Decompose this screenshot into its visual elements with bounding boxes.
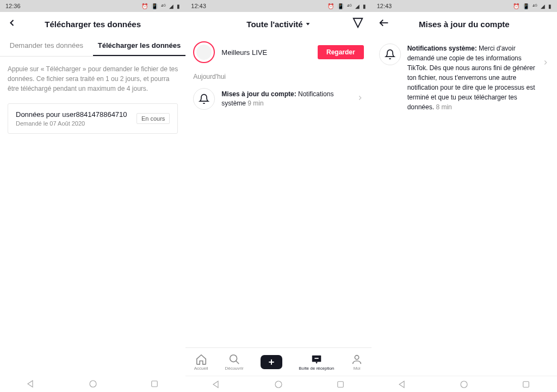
svg-point-18 [461, 381, 467, 388]
profile-icon [351, 353, 363, 365]
svg-point-5 [230, 354, 237, 362]
battery-icon: ▮ [363, 3, 366, 9]
data-request-card: Données pour user8841478864710 Demandé l… [8, 103, 178, 134]
watch-button[interactable]: Regarder [318, 45, 364, 59]
nav-me-label: Moi [354, 366, 361, 371]
svg-rect-15 [337, 381, 343, 387]
plus-icon [267, 358, 276, 366]
svg-marker-10 [315, 362, 318, 364]
detail-time: 8 min [434, 103, 452, 111]
bell-icon [199, 94, 209, 104]
nav-create[interactable] [261, 355, 282, 369]
bottom-nav: Accueil Découvrir Boîte de réception Moi [185, 347, 371, 376]
sys-back-icon[interactable] [212, 379, 221, 389]
page-title: Mises à jour du compte [419, 20, 510, 29]
status-icons: ⏰ 📳 ⁴ᴳ ◢ ▮ [513, 3, 552, 9]
battery-icon: ▮ [548, 3, 552, 9]
section-today: Aujourd'hui [185, 69, 371, 83]
chevron-left-icon [7, 17, 17, 28]
notification-icon-wrap [379, 43, 401, 65]
svg-point-1 [90, 381, 96, 387]
sys-recents-icon[interactable] [336, 379, 345, 389]
svg-marker-17 [399, 381, 404, 388]
status-bar: 12:43 ⏰ 📳 ⁴ᴳ ◢ ▮ [372, 0, 557, 12]
svg-marker-13 [213, 381, 218, 388]
svg-rect-2 [152, 381, 158, 387]
nav-me[interactable]: Moi [351, 353, 363, 371]
notification-icon-wrap [193, 88, 215, 110]
description-text: Appuie sur « Télécharger » pour demander… [0, 57, 185, 101]
svg-marker-3 [306, 23, 310, 25]
notif-time: 9 min [246, 99, 264, 107]
signal-icon: ◢ [169, 3, 174, 9]
sys-back-icon[interactable] [398, 379, 407, 389]
arrow-left-icon [378, 17, 390, 29]
screen-account-updates: 12:43 ⏰ 📳 ⁴ᴳ ◢ ▮ Mises à jour du compte [372, 0, 557, 392]
sys-recents-icon[interactable] [521, 379, 531, 389]
system-nav [0, 376, 185, 392]
sys-back-icon[interactable] [26, 379, 36, 389]
sys-home-icon[interactable] [88, 379, 98, 389]
svg-marker-4 [353, 18, 362, 28]
svg-point-14 [275, 381, 282, 388]
chevron-right-icon [356, 94, 364, 104]
battery-icon: ▮ [177, 3, 180, 9]
sys-recents-icon[interactable] [150, 379, 159, 389]
status-time: 12:36 [5, 3, 21, 9]
nav-inbox[interactable]: Boîte de réception [299, 353, 334, 371]
status-icons: ⏰ 📳 ⁴ᴳ ◢ ▮ [141, 3, 180, 9]
notification-detail-row[interactable]: Notifications système: Merci d'avoir dem… [372, 36, 557, 120]
system-nav [185, 376, 371, 392]
vibrate-icon: 📳 [151, 3, 158, 9]
status-time: 12:43 [377, 3, 392, 9]
tab-request-data[interactable]: Demander tes données [0, 36, 93, 56]
send-button[interactable] [352, 17, 364, 31]
page-header: Télécharger tes données [0, 12, 185, 36]
status-icons: ⏰ 📳 ⁴ᴳ ◢ ▮ [327, 3, 366, 9]
svg-line-6 [236, 360, 239, 364]
alarm-icon: ⏰ [327, 3, 334, 9]
page-title: Télécharger tes données [45, 20, 141, 29]
sys-home-icon[interactable] [274, 379, 283, 389]
network-icon: ⁴ᴳ [533, 3, 537, 9]
network-icon: ⁴ᴳ [161, 3, 166, 9]
signal-icon: ◢ [355, 3, 360, 9]
vibrate-icon: 📳 [523, 3, 529, 9]
card-subtitle: Demandé le 07 Août 2020 [16, 120, 127, 127]
live-avatar[interactable] [193, 41, 215, 63]
search-icon [228, 353, 240, 365]
nav-discover[interactable]: Découvrir [225, 353, 243, 371]
notification-text: Mises à jour du compte: Notifications sy… [221, 90, 349, 108]
back-button[interactable] [7, 17, 17, 30]
nav-home-label: Accueil [194, 366, 208, 371]
page-header: Mises à jour du compte [372, 12, 557, 36]
status-time: 12:43 [191, 3, 206, 9]
alarm-icon: ⏰ [141, 3, 148, 9]
status-badge: En cours [137, 113, 170, 124]
sys-home-icon[interactable] [459, 379, 469, 389]
nav-home[interactable]: Accueil [194, 353, 208, 371]
nav-inbox-label: Boîte de réception [299, 366, 334, 371]
tab-download-data[interactable]: Télécharger les données [93, 36, 186, 56]
avatar-icon [196, 45, 212, 60]
detail-bold: Notifications système: [407, 45, 477, 52]
svg-rect-19 [523, 381, 529, 387]
signal-icon: ◢ [541, 3, 545, 9]
card-title: Données pour user8841478864710 [16, 110, 127, 119]
svg-point-12 [355, 355, 358, 359]
home-icon [195, 353, 207, 365]
system-nav [372, 376, 557, 392]
vibrate-icon: 📳 [337, 3, 344, 9]
page-header: Toute l'activité [185, 12, 371, 36]
back-button[interactable] [378, 17, 390, 31]
screen-download-data: 12:36 ⏰ 📳 ⁴ᴳ ◢ ▮ Télécharger tes données… [0, 0, 185, 392]
svg-marker-0 [28, 381, 33, 387]
live-label: Meilleurs LIVE [221, 48, 311, 57]
network-icon: ⁴ᴳ [347, 3, 352, 9]
activity-dropdown[interactable]: Toute l'activité [246, 20, 310, 29]
send-icon [352, 17, 364, 29]
notification-row[interactable]: Mises à jour du compte: Notifications sy… [185, 83, 371, 115]
inbox-icon [311, 353, 323, 365]
detail-body: Merci d'avoir demandé une copie de tes i… [407, 45, 535, 111]
live-row: Meilleurs LIVE Regarder [185, 36, 371, 69]
